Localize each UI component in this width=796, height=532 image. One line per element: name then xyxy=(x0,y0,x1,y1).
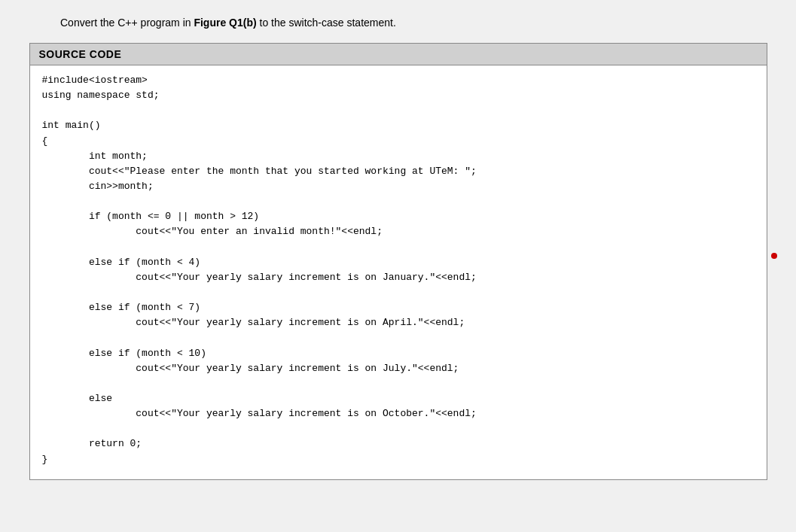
intro-text-before: Convert the C++ program in xyxy=(60,17,194,29)
intro-text-after: to the switch-case statement. xyxy=(257,17,396,29)
intro-bold: Figure Q1(b) xyxy=(194,17,256,29)
code-body: #include<iostream> using namespace std; … xyxy=(30,65,767,479)
code-header: SOURCE CODE xyxy=(30,44,767,65)
intro-paragraph: Convert the C++ program in Figure Q1(b) … xyxy=(23,15,773,31)
red-dot-indicator xyxy=(771,253,777,259)
code-container: SOURCE CODE #include<iostream> using nam… xyxy=(29,43,767,480)
